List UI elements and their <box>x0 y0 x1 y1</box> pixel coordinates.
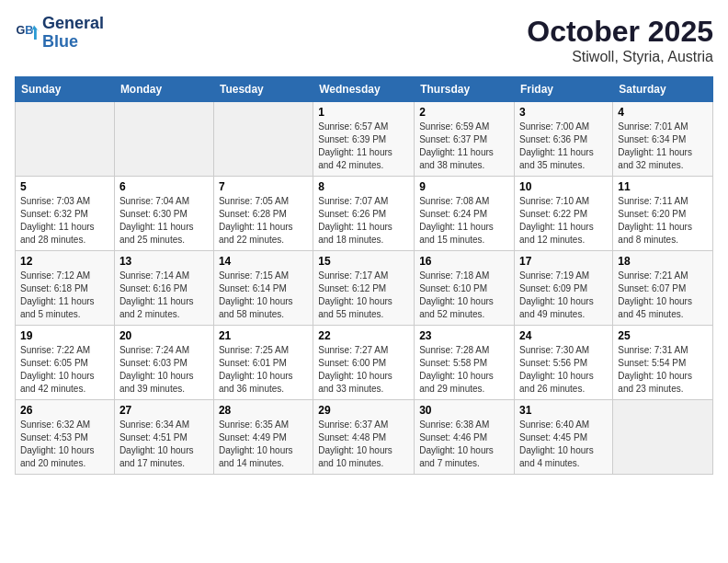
weekday-header: Friday <box>515 77 613 102</box>
calendar-cell: 13Sunrise: 7:14 AM Sunset: 6:16 PM Dayli… <box>114 251 213 326</box>
day-number: 8 <box>318 180 409 193</box>
day-info: Sunrise: 7:10 AM Sunset: 6:22 PM Dayligh… <box>519 195 608 247</box>
day-number: 3 <box>519 106 608 119</box>
day-number: 22 <box>318 329 409 342</box>
calendar-cell: 5Sunrise: 7:03 AM Sunset: 6:32 PM Daylig… <box>16 177 115 251</box>
weekday-header: Tuesday <box>213 77 313 102</box>
day-info: Sunrise: 7:08 AM Sunset: 6:24 PM Dayligh… <box>419 195 509 247</box>
day-number: 28 <box>219 404 308 417</box>
svg-text:G: G <box>16 24 25 37</box>
calendar-cell <box>213 102 313 177</box>
day-number: 5 <box>20 180 109 193</box>
calendar-cell: 1Sunrise: 6:57 AM Sunset: 6:39 PM Daylig… <box>313 102 415 177</box>
calendar-cell: 21Sunrise: 7:25 AM Sunset: 6:01 PM Dayli… <box>213 326 313 400</box>
calendar-cell: 31Sunrise: 6:40 AM Sunset: 4:45 PM Dayli… <box>515 400 613 475</box>
day-number: 27 <box>119 404 209 417</box>
calendar-cell: 7Sunrise: 7:05 AM Sunset: 6:28 PM Daylig… <box>213 177 313 251</box>
day-number: 13 <box>119 255 209 268</box>
day-info: Sunrise: 7:25 AM Sunset: 6:01 PM Dayligh… <box>219 344 308 396</box>
day-number: 29 <box>318 404 409 417</box>
calendar-title: October 2025 <box>527 15 713 49</box>
day-number: 31 <box>519 404 608 417</box>
calendar-cell: 15Sunrise: 7:17 AM Sunset: 6:12 PM Dayli… <box>313 251 415 326</box>
day-number: 14 <box>219 255 308 268</box>
calendar-week-row: 26Sunrise: 6:32 AM Sunset: 4:53 PM Dayli… <box>16 400 713 475</box>
day-info: Sunrise: 7:28 AM Sunset: 5:58 PM Dayligh… <box>419 344 509 396</box>
day-number: 21 <box>219 329 308 342</box>
day-number: 2 <box>419 106 509 119</box>
day-number: 10 <box>519 180 608 193</box>
day-number: 9 <box>419 180 509 193</box>
calendar-cell: 29Sunrise: 6:37 AM Sunset: 4:48 PM Dayli… <box>313 400 415 475</box>
day-info: Sunrise: 6:38 AM Sunset: 4:46 PM Dayligh… <box>419 419 509 470</box>
day-number: 19 <box>20 329 109 342</box>
day-number: 6 <box>119 180 209 193</box>
day-number: 25 <box>618 329 708 342</box>
calendar-cell: 2Sunrise: 6:59 AM Sunset: 6:37 PM Daylig… <box>415 102 515 177</box>
calendar-cell: 20Sunrise: 7:24 AM Sunset: 6:03 PM Dayli… <box>114 326 213 400</box>
day-info: Sunrise: 7:14 AM Sunset: 6:16 PM Dayligh… <box>119 270 209 321</box>
day-number: 12 <box>20 255 109 268</box>
logo-icon: G B <box>15 20 40 46</box>
calendar-cell <box>16 102 115 177</box>
calendar-cell: 26Sunrise: 6:32 AM Sunset: 4:53 PM Dayli… <box>16 400 115 475</box>
day-number: 15 <box>318 255 409 268</box>
calendar-subtitle: Stiwoll, Styria, Austria <box>527 49 713 65</box>
calendar-cell: 10Sunrise: 7:10 AM Sunset: 6:22 PM Dayli… <box>515 177 613 251</box>
logo-text: General Blue <box>42 15 104 52</box>
calendar-cell: 19Sunrise: 7:22 AM Sunset: 6:05 PM Dayli… <box>16 326 115 400</box>
calendar-cell: 3Sunrise: 7:00 AM Sunset: 6:36 PM Daylig… <box>515 102 613 177</box>
weekday-header: Sunday <box>16 77 115 102</box>
day-info: Sunrise: 6:57 AM Sunset: 6:39 PM Dayligh… <box>318 121 409 172</box>
day-info: Sunrise: 6:40 AM Sunset: 4:45 PM Dayligh… <box>519 419 608 470</box>
day-info: Sunrise: 7:17 AM Sunset: 6:12 PM Dayligh… <box>318 270 409 321</box>
page-header: G B General Blue October 2025 Stiwoll, S… <box>15 15 713 65</box>
calendar-cell: 27Sunrise: 6:34 AM Sunset: 4:51 PM Dayli… <box>114 400 213 475</box>
weekday-header: Thursday <box>415 77 515 102</box>
weekday-header: Monday <box>114 77 213 102</box>
day-info: Sunrise: 7:00 AM Sunset: 6:36 PM Dayligh… <box>519 121 608 172</box>
weekday-header: Wednesday <box>313 77 415 102</box>
calendar-cell: 25Sunrise: 7:31 AM Sunset: 5:54 PM Dayli… <box>613 326 713 400</box>
title-block: October 2025 Stiwoll, Styria, Austria <box>527 15 713 65</box>
calendar-cell <box>613 400 713 475</box>
calendar-cell: 24Sunrise: 7:30 AM Sunset: 5:56 PM Dayli… <box>515 326 613 400</box>
calendar-cell: 6Sunrise: 7:04 AM Sunset: 6:30 PM Daylig… <box>114 177 213 251</box>
calendar-cell: 30Sunrise: 6:38 AM Sunset: 4:46 PM Dayli… <box>415 400 515 475</box>
day-info: Sunrise: 6:37 AM Sunset: 4:48 PM Dayligh… <box>318 419 409 470</box>
day-number: 23 <box>419 329 509 342</box>
day-info: Sunrise: 7:15 AM Sunset: 6:14 PM Dayligh… <box>219 270 308 321</box>
logo: G B General Blue <box>15 15 104 52</box>
day-number: 1 <box>318 106 409 119</box>
day-info: Sunrise: 6:32 AM Sunset: 4:53 PM Dayligh… <box>20 419 109 470</box>
day-number: 24 <box>519 329 608 342</box>
day-info: Sunrise: 7:04 AM Sunset: 6:30 PM Dayligh… <box>119 195 209 247</box>
calendar-cell: 17Sunrise: 7:19 AM Sunset: 6:09 PM Dayli… <box>515 251 613 326</box>
calendar-cell: 28Sunrise: 6:35 AM Sunset: 4:49 PM Dayli… <box>213 400 313 475</box>
day-info: Sunrise: 7:24 AM Sunset: 6:03 PM Dayligh… <box>119 344 209 396</box>
day-info: Sunrise: 7:22 AM Sunset: 6:05 PM Dayligh… <box>20 344 109 396</box>
day-info: Sunrise: 7:19 AM Sunset: 6:09 PM Dayligh… <box>519 270 608 321</box>
calendar-week-row: 5Sunrise: 7:03 AM Sunset: 6:32 PM Daylig… <box>16 177 713 251</box>
calendar-cell: 11Sunrise: 7:11 AM Sunset: 6:20 PM Dayli… <box>613 177 713 251</box>
calendar-cell: 14Sunrise: 7:15 AM Sunset: 6:14 PM Dayli… <box>213 251 313 326</box>
day-info: Sunrise: 7:27 AM Sunset: 6:00 PM Dayligh… <box>318 344 409 396</box>
day-info: Sunrise: 6:35 AM Sunset: 4:49 PM Dayligh… <box>219 419 308 470</box>
day-number: 30 <box>419 404 509 417</box>
weekday-header: Saturday <box>613 77 713 102</box>
day-info: Sunrise: 7:21 AM Sunset: 6:07 PM Dayligh… <box>618 270 708 321</box>
day-info: Sunrise: 7:11 AM Sunset: 6:20 PM Dayligh… <box>618 195 708 247</box>
day-number: 17 <box>519 255 608 268</box>
calendar-cell: 12Sunrise: 7:12 AM Sunset: 6:18 PM Dayli… <box>16 251 115 326</box>
calendar-cell: 16Sunrise: 7:18 AM Sunset: 6:10 PM Dayli… <box>415 251 515 326</box>
calendar-cell: 4Sunrise: 7:01 AM Sunset: 6:34 PM Daylig… <box>613 102 713 177</box>
day-info: Sunrise: 7:07 AM Sunset: 6:26 PM Dayligh… <box>318 195 409 247</box>
day-number: 7 <box>219 180 308 193</box>
day-info: Sunrise: 7:12 AM Sunset: 6:18 PM Dayligh… <box>20 270 109 321</box>
calendar-cell: 9Sunrise: 7:08 AM Sunset: 6:24 PM Daylig… <box>415 177 515 251</box>
day-info: Sunrise: 7:03 AM Sunset: 6:32 PM Dayligh… <box>20 195 109 247</box>
calendar-cell <box>114 102 213 177</box>
day-number: 26 <box>20 404 109 417</box>
day-number: 18 <box>618 255 708 268</box>
calendar-cell: 23Sunrise: 7:28 AM Sunset: 5:58 PM Dayli… <box>415 326 515 400</box>
